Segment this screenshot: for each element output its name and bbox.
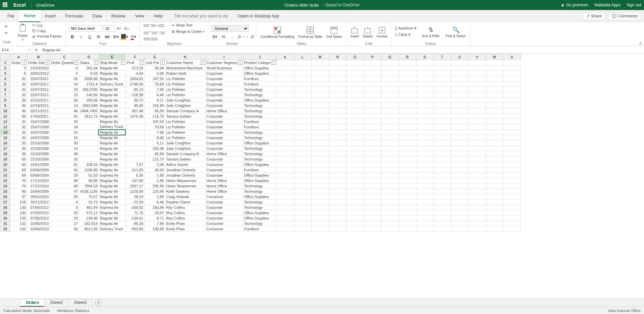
cell[interactable] (311, 178, 329, 183)
cell[interactable] (294, 151, 311, 156)
cell[interactable]: -309,82 (125, 205, 144, 210)
cell[interactable] (398, 173, 416, 178)
col-header-O[interactable]: O (346, 54, 364, 60)
cell[interactable] (276, 103, 294, 108)
cell[interactable] (329, 194, 346, 199)
cell[interactable] (364, 140, 381, 146)
cell[interactable]: 07/05/2012 (27, 205, 50, 210)
cell[interactable]: 4 (50, 199, 79, 205)
cell[interactable]: -603,80 (125, 226, 144, 232)
cell[interactable]: Consumer (205, 162, 243, 167)
cell[interactable]: 26 (50, 119, 79, 124)
cell[interactable] (486, 151, 503, 156)
cell[interactable] (416, 81, 433, 87)
cell[interactable] (416, 146, 433, 151)
cell[interactable]: Regular Air (99, 215, 125, 221)
cell[interactable]: Emily Phan (165, 226, 205, 232)
cell[interactable] (468, 183, 486, 189)
cell[interactable] (294, 173, 311, 178)
cell[interactable]: 9,71 (144, 215, 165, 221)
header-cell[interactable]: Product Categor▾ (243, 60, 276, 65)
cell[interactable]: Delivery Truck (99, 124, 125, 130)
cell[interactable]: 69 (10, 167, 27, 173)
cell[interactable] (311, 221, 329, 226)
cell[interactable]: 97 (10, 194, 27, 199)
app-launcher-icon[interactable] (3, 2, 8, 8)
cell[interactable]: Technology (243, 130, 276, 135)
cell[interactable] (125, 140, 144, 146)
cell[interactable] (346, 140, 364, 146)
align-left-button[interactable] (144, 30, 150, 36)
cell[interactable] (486, 215, 503, 221)
cell[interactable]: 0,35 (125, 173, 144, 178)
cell[interactable] (486, 124, 503, 130)
cell[interactable] (433, 215, 451, 221)
cell[interactable] (486, 92, 503, 98)
cell[interactable]: Home Office (205, 189, 243, 194)
cell[interactable]: Craig Yedwab (165, 194, 205, 199)
cell[interactable] (416, 60, 433, 65)
cell[interactable]: Pauline Chand (165, 199, 205, 205)
cell[interactable]: 35 (10, 140, 27, 146)
cell[interactable]: 30 (50, 98, 79, 103)
cell[interactable]: 15/07/2008 (27, 130, 50, 135)
cell[interactable] (468, 87, 486, 92)
cell[interactable] (503, 81, 521, 87)
cell[interactable] (381, 103, 398, 108)
cell[interactable] (503, 162, 521, 167)
cell[interactable]: 30 (50, 226, 79, 232)
cell[interactable]: 35 (10, 98, 27, 103)
cell[interactable] (503, 215, 521, 221)
col-header-P[interactable]: P (364, 54, 381, 60)
cell[interactable] (276, 140, 294, 146)
cell[interactable]: -128,38 (125, 92, 144, 98)
cell[interactable]: 03/06/2009 (27, 173, 50, 178)
cell[interactable]: 130 (10, 210, 27, 215)
cell[interactable] (381, 124, 398, 130)
insert-button[interactable]: +Insert (350, 26, 360, 39)
cell[interactable]: 48 (50, 178, 79, 183)
cell[interactable]: Regular Air (99, 76, 125, 81)
cell[interactable] (364, 135, 381, 140)
cell[interactable]: 108,15 (79, 162, 99, 167)
header-cell[interactable]: Profi▾ (125, 60, 144, 65)
cell[interactable] (451, 103, 468, 108)
cell[interactable]: 15 (50, 92, 79, 98)
cell[interactable] (311, 98, 329, 103)
cell[interactable]: Delivery Truck (99, 81, 125, 87)
cell[interactable] (468, 162, 486, 167)
cell[interactable]: Regular Air (99, 108, 125, 114)
cell[interactable]: 07/05/2012 (27, 215, 50, 221)
cell[interactable] (468, 210, 486, 215)
cell[interactable] (416, 226, 433, 232)
cell[interactable] (486, 183, 503, 189)
cell[interactable]: Jonathan Doherty (165, 173, 205, 178)
filter-icon[interactable]: ▾ (160, 60, 165, 65)
cell[interactable] (503, 146, 521, 151)
row-header-28[interactable]: 28 (0, 205, 10, 210)
cell[interactable] (329, 71, 346, 76)
cell[interactable]: 38,94 (144, 65, 165, 71)
cell[interactable]: 4158,1235 (79, 189, 99, 194)
filter-icon[interactable]: ▾ (140, 60, 144, 65)
cell[interactable] (294, 103, 311, 108)
cell[interactable] (451, 108, 468, 114)
col-header-L[interactable]: L (294, 54, 311, 60)
cell[interactable] (276, 124, 294, 130)
col-header-X[interactable]: X (503, 54, 521, 60)
cell[interactable]: 13/10/2010 (27, 65, 50, 71)
cell[interactable]: Corporate (205, 81, 243, 87)
cell[interactable] (416, 167, 433, 173)
cell[interactable] (364, 215, 381, 221)
cell[interactable] (329, 189, 346, 194)
cell[interactable]: 3812,73 (79, 114, 99, 119)
sheet-tab-sheet3[interactable]: Sheet3 (68, 299, 92, 307)
cell[interactable]: Regular Air (99, 87, 125, 92)
format-button[interactable]: Format (376, 26, 388, 39)
cell[interactable] (398, 103, 416, 108)
cell[interactable] (468, 189, 486, 194)
cell[interactable]: 17/12/2010 (27, 183, 50, 189)
header-cell[interactable]: Customer Segmen▾ (205, 60, 243, 65)
cell[interactable]: 32 (10, 76, 27, 81)
cell[interactable] (329, 162, 346, 167)
